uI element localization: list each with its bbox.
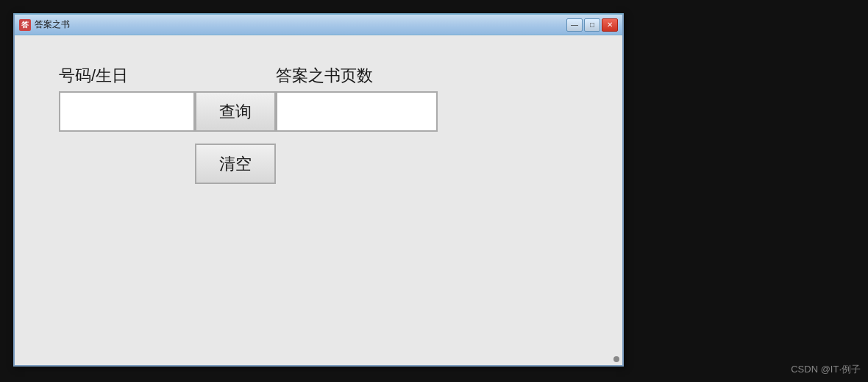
desktop: 答 答案之书 — □ ✕ 号码/生日 答案之书页数 查询 <box>0 0 868 382</box>
label-result: 答案之书页数 <box>276 65 438 87</box>
title-left: 答 答案之书 <box>19 18 70 31</box>
id-input[interactable] <box>59 91 195 132</box>
label-id: 号码/生日 <box>59 65 195 87</box>
minimize-button[interactable]: — <box>566 18 583 32</box>
watermark: CSDN @IT·例子 <box>791 363 861 376</box>
result-output[interactable] <box>276 91 438 132</box>
query-button[interactable]: 查询 <box>195 91 276 132</box>
window: 答 答案之书 — □ ✕ 号码/生日 答案之书页数 查询 <box>13 13 624 367</box>
clear-row: 清空 <box>195 144 578 184</box>
window-content: 号码/生日 答案之书页数 查询 清空 <box>15 35 622 365</box>
window-title: 答案之书 <box>35 18 70 31</box>
labels-row: 号码/生日 答案之书页数 <box>59 65 578 87</box>
inputs-row: 查询 <box>59 91 578 132</box>
clear-button[interactable]: 清空 <box>195 144 276 184</box>
window-controls: — □ ✕ <box>566 18 618 32</box>
title-bar: 答 答案之书 — □ ✕ <box>15 15 622 35</box>
form-area: 号码/生日 答案之书页数 查询 清空 <box>59 65 578 184</box>
maximize-button[interactable]: □ <box>584 18 600 32</box>
window-icon: 答 <box>19 19 31 31</box>
close-button[interactable]: ✕ <box>602 18 618 32</box>
resize-handle[interactable] <box>613 356 619 362</box>
